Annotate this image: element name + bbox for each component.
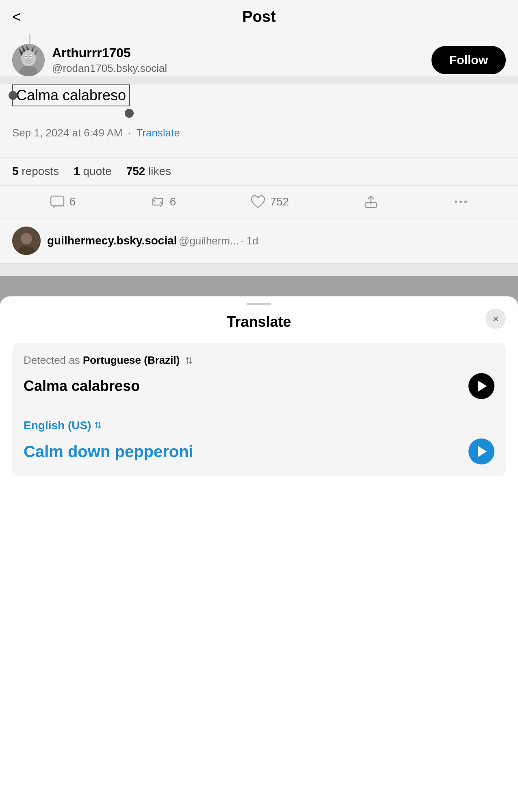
detected-prefix: Detected as <box>24 354 80 366</box>
play-translation-button[interactable] <box>468 438 494 464</box>
repost-button[interactable]: 6 <box>150 194 176 210</box>
svg-point-13 <box>25 60 32 64</box>
reply-info: guilhermecy.bsky.social @guilherm... · 1… <box>47 234 258 247</box>
share-button[interactable] <box>363 194 379 210</box>
play-source-button[interactable] <box>468 373 494 399</box>
source-text-row: Calma calabreso <box>24 373 494 409</box>
svg-point-18 <box>464 201 467 203</box>
sheet-handle <box>247 303 271 305</box>
repost-icon <box>150 194 166 210</box>
selection-handle-right <box>125 109 134 118</box>
author-section: Arthurrr1705 @rodan1705.bsky.social <box>12 44 167 76</box>
repost-count: 6 <box>170 195 176 208</box>
meta-separator: · <box>128 127 134 139</box>
svg-point-16 <box>455 201 457 203</box>
back-button[interactable]: < <box>12 9 21 26</box>
post-header: Arthurrr1705 @rodan1705.bsky.social Foll… <box>12 44 506 76</box>
reposts-stat[interactable]: 5 reposts <box>12 165 59 178</box>
likes-stat[interactable]: 752 likes <box>126 165 171 178</box>
reply-sub-handle: @guilherm... <box>179 235 239 247</box>
header: < Post <box>0 0 518 34</box>
target-lang-row[interactable]: English (US) ⇅ <box>24 419 494 432</box>
reply-handle: guilhermecy.bsky.social <box>47 234 177 247</box>
selection-handle-left <box>9 91 17 100</box>
sheet-close-button[interactable]: × <box>485 309 506 329</box>
detected-lang: Portuguese (Brazil) <box>83 354 180 366</box>
post-timestamp: Sep 1, 2024 at 6:49 AM <box>12 127 123 139</box>
author-info: Arthurrr1705 @rodan1705.bsky.social <box>52 45 167 75</box>
translated-text: Calm down pepperoni <box>24 443 193 461</box>
detected-lang-arrow[interactable]: ⇅ <box>185 356 193 366</box>
detected-lang-row: Detected as Portuguese (Brazil) ⇅ <box>24 354 494 367</box>
action-row: 6 6 752 <box>0 186 518 218</box>
translate-sheet: Translate × Detected as Portuguese (Braz… <box>0 296 518 812</box>
post-text-container: Calma calabreso <box>12 84 130 106</box>
source-text: Calma calabreso <box>24 378 140 395</box>
translate-link[interactable]: Translate <box>136 127 180 139</box>
author-name[interactable]: Arthurrr1705 <box>52 45 167 60</box>
quote-stat[interactable]: 1 quote <box>74 165 111 178</box>
like-count: 752 <box>270 195 289 208</box>
post-meta: Sep 1, 2024 at 6:49 AM · Translate <box>12 127 506 139</box>
svg-point-11 <box>26 56 27 57</box>
post-area: Arthurrr1705 @rodan1705.bsky.social Foll… <box>0 34 518 76</box>
sheet-title: Translate <box>12 313 506 330</box>
svg-rect-14 <box>51 196 64 206</box>
translated-text-row: Calm down pepperoni <box>24 438 494 464</box>
play-source-icon <box>478 380 487 392</box>
comment-button[interactable]: 6 <box>49 194 76 210</box>
svg-point-12 <box>30 56 32 57</box>
stats-row: 5 reposts 1 quote 752 likes <box>0 157 518 186</box>
svg-point-20 <box>21 233 32 244</box>
like-button[interactable]: 752 <box>250 194 289 210</box>
post-content-area: Calma calabreso Sep 1, 2024 at 6:49 AM ·… <box>0 84 518 157</box>
heart-icon <box>250 194 266 210</box>
share-icon <box>363 194 379 210</box>
comment-icon <box>49 194 65 210</box>
reply-time: · 1d <box>241 235 258 247</box>
more-icon <box>453 194 469 210</box>
target-lang: English (US) <box>24 419 91 432</box>
more-button[interactable] <box>453 194 469 210</box>
play-translation-icon <box>478 446 487 457</box>
svg-point-17 <box>459 201 462 203</box>
avatar[interactable] <box>12 44 45 76</box>
author-handle[interactable]: @rodan1705.bsky.social <box>52 62 167 75</box>
target-lang-arrow: ⇅ <box>94 420 102 431</box>
follow-button[interactable]: Follow <box>431 46 506 74</box>
comment-count: 6 <box>69 195 76 208</box>
reply-avatar <box>12 227 41 255</box>
reply-post[interactable]: guilhermecy.bsky.social @guilherm... · 1… <box>0 218 518 263</box>
translation-card: Detected as Portuguese (Brazil) ⇅ Calma … <box>12 343 506 476</box>
post-text: Calma calabreso <box>16 87 126 104</box>
page-title: Post <box>242 8 275 26</box>
